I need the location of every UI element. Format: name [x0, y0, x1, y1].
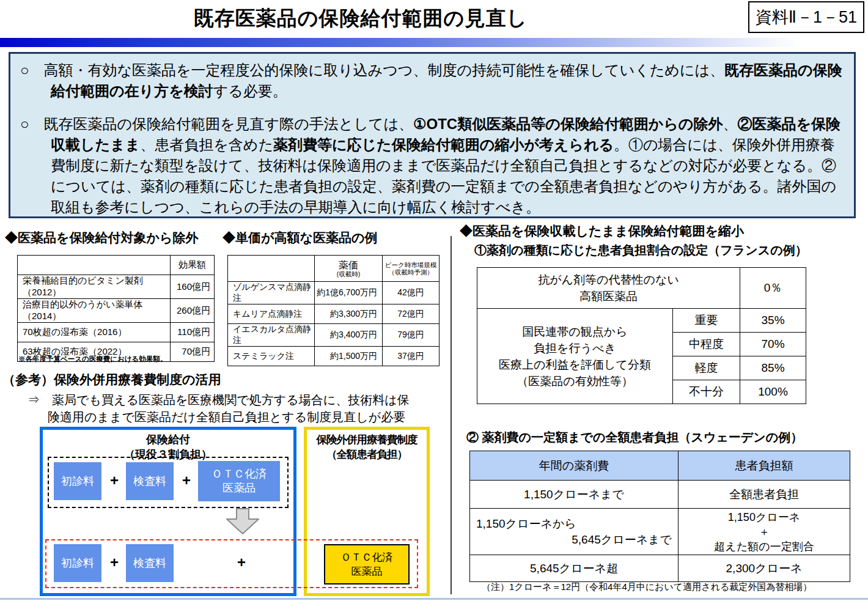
effect-amount-header: 効果額 [171, 256, 215, 275]
otc-drug-yellow-box: ＯＴＣ化済 医薬品 [324, 544, 410, 584]
table-row: 1,150クローネから 5,645クローネまで 1,150クローネ ＋ 超えた額… [470, 509, 850, 555]
otc-drug-box: ＯＴＣ化済 医薬品 [198, 461, 280, 501]
first-visit-fee-box: 初診料 [54, 544, 101, 582]
summary-bullet-1: ○ 高額・有効な医薬品を一定程度公的保険に取り込みつつ、制度の持続可能性を確保し… [20, 60, 844, 101]
table-row: 抗がん剤等の代替性のない 高額医薬品 0％ [477, 268, 806, 309]
reference-heading: （参考）保険外併用療養費制度の活用 [2, 371, 221, 388]
summary-bullet-2: ○ 既存医薬品の保険給付範囲を見直す際の手法としては、①OTC類似医薬品等の保険… [20, 114, 844, 218]
table-row: 治療目的以外のうがい薬単体（2014） 260億円 [18, 299, 215, 323]
title-underline-bar [0, 38, 868, 47]
summary-box: ○ 高額・有効な医薬品を一定程度公的保険に取り込みつつ、制度の持続可能性を確保し… [9, 52, 856, 218]
table-row: 栄養補給目的のビタミン製剤（2012） 160億円 [18, 275, 215, 299]
france-table: 抗がん剤等の代替性のない 高額医薬品 0％ 国民連帯の観点から 負担を行うべき … [477, 267, 806, 404]
bottom-border-line [0, 598, 868, 600]
france-heading: ①薬剤の種類に応じた患者負担割合の設定（フランスの例） [474, 242, 807, 259]
market-header: ピーク時市場規模 （収載時予測） [383, 256, 440, 282]
price-header: 薬価 (収載時) [315, 256, 383, 282]
down-arrow-icon [223, 508, 262, 535]
exclusion-footnote: ※各年度予算ベースの医療費における効果額。 [18, 355, 167, 364]
table-row: イエスカルタ点滴静注 約3,400万円 79億円 [228, 324, 440, 347]
plus-sign: + [177, 472, 196, 489]
table-row: キムリア点滴静注 約3,300万円 72億円 [228, 304, 440, 324]
exam-fee-box: 検査料 [126, 462, 174, 500]
table-header-row: 年間の薬剤費 患者負担額 [470, 451, 850, 481]
table-header-row: 薬価 (収載時) ピーク時市場規模 （収載時予測） [228, 256, 440, 282]
first-visit-fee-box: 初診料 [54, 462, 101, 500]
high-price-heading: ◆単価が高額な医薬品の例 [223, 229, 377, 246]
doc-number-box: 資料Ⅱ－1－51 [748, 1, 864, 33]
table-row: 1,150クローネまで 全額患者負担 [470, 481, 850, 509]
plus-sign: + [232, 554, 251, 571]
reference-arrow-line2: 険適用のままで医薬品だけ全額自己負担とする制度見直しが必要 [48, 409, 405, 426]
section-divider [451, 236, 452, 594]
table-row: 5,645クローネ超 2,300クローネ [470, 555, 850, 582]
reference-arrow-line1: ⇒ 薬局でも買える医薬品を医療機関で処方する場合に、技術料は保 [28, 392, 410, 408]
table-row: 国民連帯の観点から 負担を行うべき 医療上の利益を評価して分類 （医薬品の有効性… [477, 309, 806, 333]
france-group-label: 国民連帯の観点から 負担を行うべき 医療上の利益を評価して分類 （医薬品の有効性… [477, 309, 673, 404]
sweden-note: （注）1クローネ＝12円（令和4年4月中において適用される裁定外国為替相場） [482, 581, 812, 593]
page-title: 既存医薬品の保険給付範囲の見直し [0, 5, 721, 32]
sweden-row2-burden: 1,150クローネ ＋ 超えた額の一定割合 [679, 509, 850, 555]
table-row: ゾルゲンスマ点滴静注 約1億6,700万円 42億円 [228, 282, 440, 304]
sweden-table: 年間の薬剤費 患者負担額 1,150クローネまで 全額患者負担 1,150クロー… [469, 451, 850, 582]
france-row1-label: 抗がん剤等の代替性のない 高額医薬品 [477, 268, 740, 309]
reduction-heading: ◆医薬品を保険収載したまま保険給付範囲を縮小 [460, 223, 744, 240]
sweden-row2-cost: 1,150クローネから 5,645クローネまで [470, 509, 679, 555]
france-row1-rate: 0％ [740, 268, 806, 309]
table-row: ステミラック注 約1,500万円 37億円 [228, 347, 440, 366]
exclusion-heading: ◆医薬品を保険給付対象から除外 [5, 229, 198, 246]
sweden-heading: ② 薬剤費の一定額までの全額患者負担（スウェーデンの例） [466, 429, 803, 446]
table-row: 70枚超の湿布薬（2016） 110億円 [18, 323, 215, 342]
exam-fee-box: 検査料 [126, 544, 174, 582]
exclusion-table: 効果額 栄養補給目的のビタミン製剤（2012） 160億円 治療目的以外のうがい… [17, 255, 215, 362]
plus-sign: + [105, 554, 123, 571]
slide-page: 既存医薬品の保険給付範囲の見直し 資料Ⅱ－1－51 ○ 高額・有効な医薬品を一定… [0, 0, 868, 601]
table-row: 効果額 [18, 256, 215, 275]
plus-sign: + [105, 472, 123, 489]
high-price-table: 薬価 (収載時) ピーク時市場規模 （収載時予測） ゾルゲンスマ点滴静注 約1億… [227, 255, 440, 366]
